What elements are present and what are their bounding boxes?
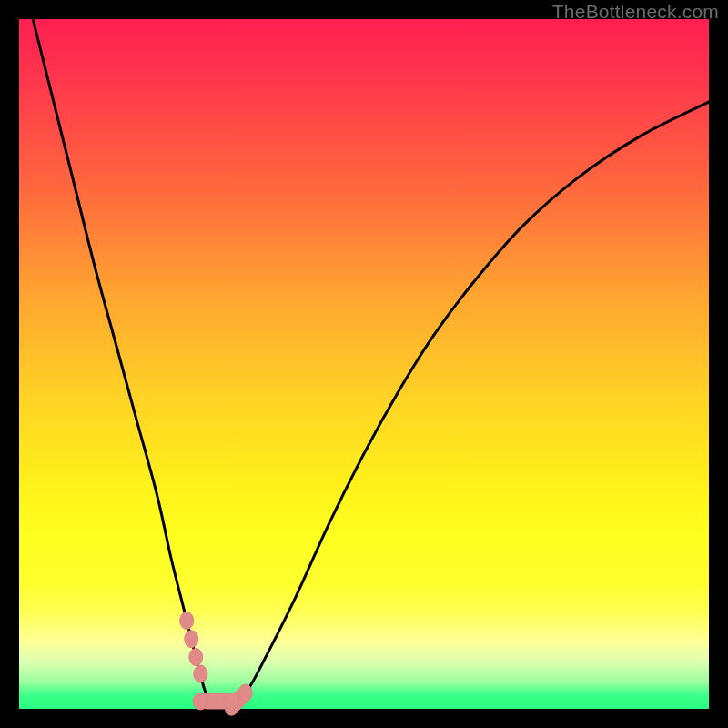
- plot-gradient-area: [19, 19, 709, 709]
- watermark-text: TheBottleneck.com: [552, 1, 719, 23]
